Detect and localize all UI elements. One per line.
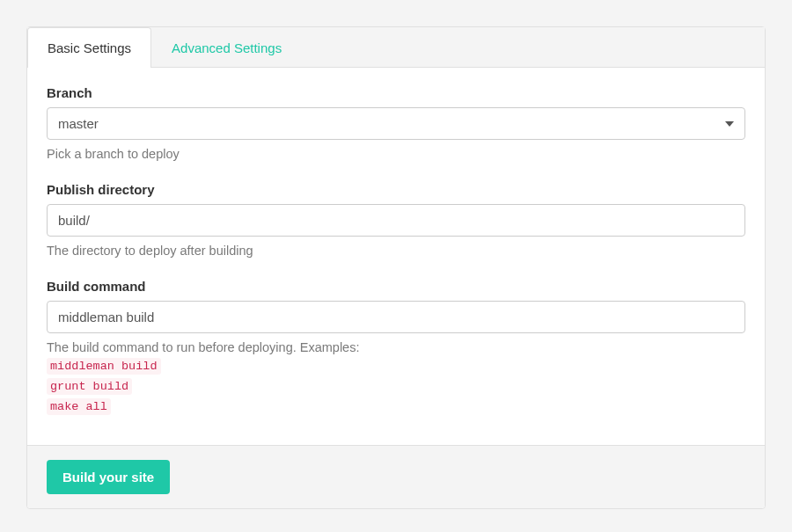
branch-label: Branch (47, 85, 745, 100)
panel-footer: Build your site (27, 445, 765, 508)
build-command-help: The build command to run before deployin… (47, 340, 745, 354)
build-example-2: grunt build (47, 378, 132, 395)
build-command-group: Build command The build command to run b… (47, 279, 745, 415)
settings-panel: Basic Settings Advanced Settings Branch … (26, 26, 766, 509)
build-example-3: make all (47, 398, 111, 415)
branch-select[interactable]: master (47, 107, 745, 140)
branch-group: Branch master Pick a branch to deploy (47, 85, 745, 161)
tab-basic-settings[interactable]: Basic Settings (27, 27, 151, 68)
form-content: Branch master Pick a branch to deploy Pu… (27, 68, 765, 445)
publish-directory-label: Publish directory (47, 182, 745, 197)
build-command-input[interactable] (47, 301, 745, 333)
tab-bar: Basic Settings Advanced Settings (27, 27, 765, 68)
publish-directory-help: The directory to deploy after building (47, 244, 745, 258)
build-command-label: Build command (47, 279, 745, 294)
build-site-button[interactable]: Build your site (47, 460, 170, 494)
branch-help: Pick a branch to deploy (47, 147, 745, 161)
build-example-1: middleman build (47, 358, 161, 375)
tab-advanced-settings[interactable]: Advanced Settings (151, 27, 302, 68)
publish-directory-group: Publish directory The directory to deplo… (47, 182, 745, 258)
publish-directory-input[interactable] (47, 204, 745, 237)
